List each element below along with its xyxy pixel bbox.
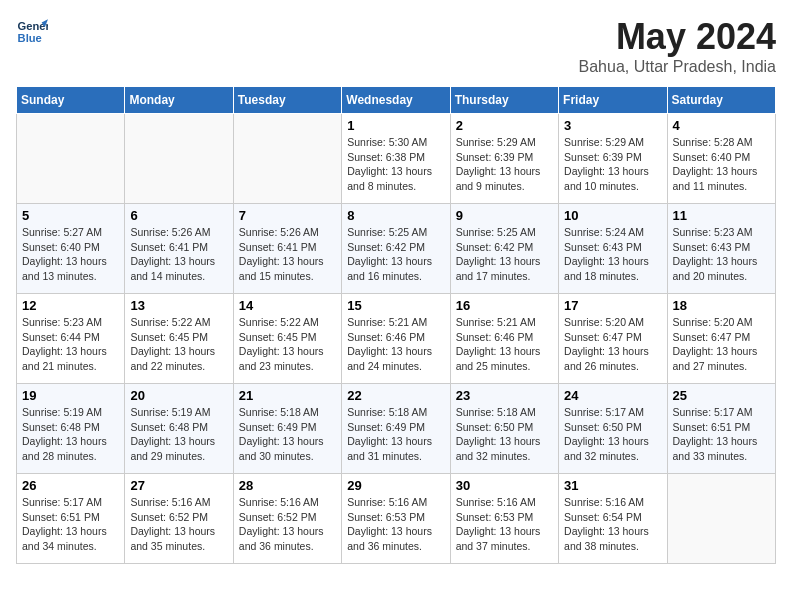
day-number: 4 <box>673 118 770 133</box>
day-number: 29 <box>347 478 444 493</box>
day-number: 31 <box>564 478 661 493</box>
calendar-cell <box>667 474 775 564</box>
calendar-cell: 11Sunrise: 5:23 AM Sunset: 6:43 PM Dayli… <box>667 204 775 294</box>
day-info: Sunrise: 5:30 AM Sunset: 6:38 PM Dayligh… <box>347 135 444 194</box>
calendar-cell: 17Sunrise: 5:20 AM Sunset: 6:47 PM Dayli… <box>559 294 667 384</box>
page-header: General Blue May 2024 Bahua, Uttar Prade… <box>16 16 776 76</box>
calendar-cell: 22Sunrise: 5:18 AM Sunset: 6:49 PM Dayli… <box>342 384 450 474</box>
calendar-cell: 5Sunrise: 5:27 AM Sunset: 6:40 PM Daylig… <box>17 204 125 294</box>
day-number: 15 <box>347 298 444 313</box>
week-row-2: 5Sunrise: 5:27 AM Sunset: 6:40 PM Daylig… <box>17 204 776 294</box>
day-info: Sunrise: 5:17 AM Sunset: 6:51 PM Dayligh… <box>673 405 770 464</box>
day-number: 6 <box>130 208 227 223</box>
day-info: Sunrise: 5:29 AM Sunset: 6:39 PM Dayligh… <box>564 135 661 194</box>
calendar-table: SundayMondayTuesdayWednesdayThursdayFrid… <box>16 86 776 564</box>
calendar-cell: 1Sunrise: 5:30 AM Sunset: 6:38 PM Daylig… <box>342 114 450 204</box>
weekday-wednesday: Wednesday <box>342 87 450 114</box>
day-info: Sunrise: 5:20 AM Sunset: 6:47 PM Dayligh… <box>673 315 770 374</box>
day-number: 26 <box>22 478 119 493</box>
day-number: 3 <box>564 118 661 133</box>
calendar-cell: 12Sunrise: 5:23 AM Sunset: 6:44 PM Dayli… <box>17 294 125 384</box>
calendar-cell: 18Sunrise: 5:20 AM Sunset: 6:47 PM Dayli… <box>667 294 775 384</box>
day-number: 8 <box>347 208 444 223</box>
svg-text:Blue: Blue <box>18 32 42 44</box>
day-number: 19 <box>22 388 119 403</box>
calendar-cell: 16Sunrise: 5:21 AM Sunset: 6:46 PM Dayli… <box>450 294 558 384</box>
calendar-body: 1Sunrise: 5:30 AM Sunset: 6:38 PM Daylig… <box>17 114 776 564</box>
day-info: Sunrise: 5:28 AM Sunset: 6:40 PM Dayligh… <box>673 135 770 194</box>
day-number: 21 <box>239 388 336 403</box>
day-number: 30 <box>456 478 553 493</box>
day-number: 16 <box>456 298 553 313</box>
day-info: Sunrise: 5:26 AM Sunset: 6:41 PM Dayligh… <box>239 225 336 284</box>
calendar-cell: 27Sunrise: 5:16 AM Sunset: 6:52 PM Dayli… <box>125 474 233 564</box>
calendar-cell: 29Sunrise: 5:16 AM Sunset: 6:53 PM Dayli… <box>342 474 450 564</box>
day-number: 17 <box>564 298 661 313</box>
calendar-cell: 30Sunrise: 5:16 AM Sunset: 6:53 PM Dayli… <box>450 474 558 564</box>
day-number: 20 <box>130 388 227 403</box>
day-info: Sunrise: 5:26 AM Sunset: 6:41 PM Dayligh… <box>130 225 227 284</box>
day-number: 10 <box>564 208 661 223</box>
day-number: 2 <box>456 118 553 133</box>
day-info: Sunrise: 5:25 AM Sunset: 6:42 PM Dayligh… <box>347 225 444 284</box>
day-number: 13 <box>130 298 227 313</box>
day-info: Sunrise: 5:24 AM Sunset: 6:43 PM Dayligh… <box>564 225 661 284</box>
calendar-cell: 15Sunrise: 5:21 AM Sunset: 6:46 PM Dayli… <box>342 294 450 384</box>
day-info: Sunrise: 5:21 AM Sunset: 6:46 PM Dayligh… <box>456 315 553 374</box>
day-info: Sunrise: 5:18 AM Sunset: 6:50 PM Dayligh… <box>456 405 553 464</box>
calendar-cell <box>125 114 233 204</box>
calendar-cell: 28Sunrise: 5:16 AM Sunset: 6:52 PM Dayli… <box>233 474 341 564</box>
day-info: Sunrise: 5:19 AM Sunset: 6:48 PM Dayligh… <box>22 405 119 464</box>
day-info: Sunrise: 5:22 AM Sunset: 6:45 PM Dayligh… <box>239 315 336 374</box>
day-info: Sunrise: 5:27 AM Sunset: 6:40 PM Dayligh… <box>22 225 119 284</box>
calendar-cell <box>233 114 341 204</box>
day-info: Sunrise: 5:29 AM Sunset: 6:39 PM Dayligh… <box>456 135 553 194</box>
day-number: 5 <box>22 208 119 223</box>
day-info: Sunrise: 5:19 AM Sunset: 6:48 PM Dayligh… <box>130 405 227 464</box>
calendar-cell: 26Sunrise: 5:17 AM Sunset: 6:51 PM Dayli… <box>17 474 125 564</box>
logo: General Blue <box>16 16 48 48</box>
calendar-cell: 23Sunrise: 5:18 AM Sunset: 6:50 PM Dayli… <box>450 384 558 474</box>
week-row-4: 19Sunrise: 5:19 AM Sunset: 6:48 PM Dayli… <box>17 384 776 474</box>
day-info: Sunrise: 5:16 AM Sunset: 6:52 PM Dayligh… <box>239 495 336 554</box>
day-info: Sunrise: 5:18 AM Sunset: 6:49 PM Dayligh… <box>239 405 336 464</box>
title-area: May 2024 Bahua, Uttar Pradesh, India <box>579 16 776 76</box>
day-number: 14 <box>239 298 336 313</box>
day-number: 7 <box>239 208 336 223</box>
weekday-friday: Friday <box>559 87 667 114</box>
calendar-cell: 31Sunrise: 5:16 AM Sunset: 6:54 PM Dayli… <box>559 474 667 564</box>
calendar-cell: 21Sunrise: 5:18 AM Sunset: 6:49 PM Dayli… <box>233 384 341 474</box>
calendar-cell: 25Sunrise: 5:17 AM Sunset: 6:51 PM Dayli… <box>667 384 775 474</box>
calendar-cell: 24Sunrise: 5:17 AM Sunset: 6:50 PM Dayli… <box>559 384 667 474</box>
day-info: Sunrise: 5:18 AM Sunset: 6:49 PM Dayligh… <box>347 405 444 464</box>
day-info: Sunrise: 5:16 AM Sunset: 6:53 PM Dayligh… <box>456 495 553 554</box>
weekday-thursday: Thursday <box>450 87 558 114</box>
day-info: Sunrise: 5:20 AM Sunset: 6:47 PM Dayligh… <box>564 315 661 374</box>
calendar-cell: 6Sunrise: 5:26 AM Sunset: 6:41 PM Daylig… <box>125 204 233 294</box>
day-number: 12 <box>22 298 119 313</box>
month-title: May 2024 <box>579 16 776 58</box>
day-info: Sunrise: 5:23 AM Sunset: 6:44 PM Dayligh… <box>22 315 119 374</box>
day-number: 24 <box>564 388 661 403</box>
day-info: Sunrise: 5:21 AM Sunset: 6:46 PM Dayligh… <box>347 315 444 374</box>
logo-icon: General Blue <box>16 16 48 48</box>
day-number: 11 <box>673 208 770 223</box>
day-number: 18 <box>673 298 770 313</box>
week-row-5: 26Sunrise: 5:17 AM Sunset: 6:51 PM Dayli… <box>17 474 776 564</box>
day-number: 9 <box>456 208 553 223</box>
calendar-cell: 10Sunrise: 5:24 AM Sunset: 6:43 PM Dayli… <box>559 204 667 294</box>
day-number: 28 <box>239 478 336 493</box>
week-row-1: 1Sunrise: 5:30 AM Sunset: 6:38 PM Daylig… <box>17 114 776 204</box>
day-info: Sunrise: 5:17 AM Sunset: 6:51 PM Dayligh… <box>22 495 119 554</box>
weekday-tuesday: Tuesday <box>233 87 341 114</box>
calendar-cell: 19Sunrise: 5:19 AM Sunset: 6:48 PM Dayli… <box>17 384 125 474</box>
day-number: 1 <box>347 118 444 133</box>
day-info: Sunrise: 5:17 AM Sunset: 6:50 PM Dayligh… <box>564 405 661 464</box>
calendar-cell: 13Sunrise: 5:22 AM Sunset: 6:45 PM Dayli… <box>125 294 233 384</box>
calendar-cell: 4Sunrise: 5:28 AM Sunset: 6:40 PM Daylig… <box>667 114 775 204</box>
calendar-cell <box>17 114 125 204</box>
calendar-cell: 7Sunrise: 5:26 AM Sunset: 6:41 PM Daylig… <box>233 204 341 294</box>
week-row-3: 12Sunrise: 5:23 AM Sunset: 6:44 PM Dayli… <box>17 294 776 384</box>
day-info: Sunrise: 5:22 AM Sunset: 6:45 PM Dayligh… <box>130 315 227 374</box>
calendar-cell: 8Sunrise: 5:25 AM Sunset: 6:42 PM Daylig… <box>342 204 450 294</box>
